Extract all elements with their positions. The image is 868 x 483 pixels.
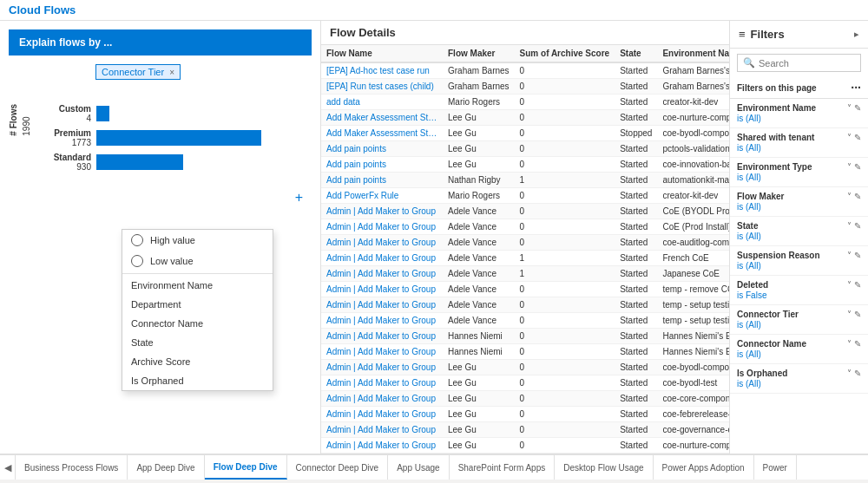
table-row[interactable]: Admin | Add Maker to Group Hannes Niemi … (321, 344, 729, 360)
tab-power-apps-adoption[interactable]: Power Apps Adoption (654, 455, 754, 480)
table-row[interactable]: [EPA] Ad-hoc test case run Graham Barnes… (321, 62, 729, 79)
table-row[interactable]: add data Mario Rogers 0 Started creator-… (321, 95, 729, 110)
table-row[interactable]: Admin | Add Maker to Group Lee Gu 0 Star… (321, 438, 729, 454)
filter-edit-icon[interactable]: ✎ (854, 192, 861, 201)
table-row[interactable]: Admin | Add Maker to Group Adele Vance 0… (321, 204, 729, 219)
table-row[interactable]: Admin | Add Maker to Group Lee Gu 2 Star… (321, 454, 729, 454)
filter-search-box[interactable]: 🔍 (737, 54, 861, 72)
flow-name-cell[interactable]: Admin | Add Maker to Group (321, 375, 443, 391)
filters-more-options-button[interactable]: ··· (851, 81, 861, 95)
flow-name-cell[interactable]: Admin | Add Maker to Group (321, 282, 443, 297)
flow-name-cell[interactable]: Admin | Add Maker to Group (321, 360, 443, 375)
table-row[interactable]: Add pain points Nathan Rigby 1 Started a… (321, 173, 729, 188)
filter-edit-icon[interactable]: ✎ (854, 103, 861, 113)
flow-name-cell[interactable]: Add PowerFx Rule (321, 188, 443, 204)
table-row[interactable]: Add pain points Lee Gu 0 Started coe-inn… (321, 157, 729, 173)
tab-flow-deep-dive[interactable]: Flow Deep Dive (205, 455, 287, 480)
tab-nav-left[interactable]: ◀ (0, 455, 16, 480)
filter-expand-icon[interactable]: ˅ (847, 280, 852, 290)
flow-name-cell[interactable]: Admin | Add Maker to Group (321, 407, 443, 422)
flow-name-cell[interactable]: Admin | Add Maker to Group (321, 438, 443, 454)
flow-name-cell[interactable]: Admin | Add Maker to Group (321, 251, 443, 266)
table-row[interactable]: Admin | Add Maker to Group Adele Vance 1… (321, 251, 729, 266)
flow-name-cell[interactable]: Add pain points (321, 157, 443, 173)
filter-expand-icon[interactable]: ˅ (847, 310, 852, 319)
flow-name-cell[interactable]: Admin | Add Maker to Group (321, 454, 443, 454)
flow-name-cell[interactable]: Add Maker Assessment Starter Data (321, 110, 443, 126)
table-row[interactable]: Admin | Add Maker to Group Lee Gu 0 Star… (321, 407, 729, 422)
tab-app-deep-dive[interactable]: App Deep Dive (128, 455, 204, 480)
table-row[interactable]: Admin | Add Maker to Group Adele Vance 1… (321, 266, 729, 282)
filter-search-input[interactable] (759, 58, 868, 69)
tab-business-process-flows[interactable]: Business Process Flows (16, 455, 128, 480)
table-row[interactable]: Add PowerFx Rule Mario Rogers 0 Started … (321, 188, 729, 204)
flow-name-cell[interactable]: Add pain points (321, 141, 443, 157)
filter-edit-icon[interactable]: ✎ (854, 251, 861, 260)
filter-edit-icon[interactable]: ✎ (854, 280, 861, 290)
flow-name-cell[interactable]: Admin | Add Maker to Group (321, 422, 443, 438)
filter-edit-icon[interactable]: ✎ (854, 339, 861, 349)
filter-edit-icon[interactable]: ✎ (854, 310, 861, 319)
menu-item-connector-name[interactable]: Connector Name (122, 314, 273, 333)
tab-connector-deep-dive[interactable]: Connector Deep Dive (287, 455, 389, 480)
menu-item-env-name[interactable]: Environment Name (122, 276, 273, 295)
table-row[interactable]: Admin | Add Maker to Group Adele Vance 0… (321, 235, 729, 251)
table-row[interactable]: Admin | Add Maker to Group Hannes Niemi … (321, 329, 729, 344)
menu-item-state[interactable]: State (122, 333, 273, 352)
filters-expand-button[interactable]: ▸ (854, 29, 859, 40)
table-row[interactable]: Admin | Add Maker to Group Lee Gu 0 Star… (321, 360, 729, 375)
filter-expand-icon[interactable]: ˅ (847, 103, 852, 113)
flow-name-cell[interactable]: Admin | Add Maker to Group (321, 204, 443, 219)
flow-name-cell[interactable]: Admin | Add Maker to Group (321, 313, 443, 329)
table-row[interactable]: Admin | Add Maker to Group Adele Vance 0… (321, 219, 729, 235)
close-tag-button[interactable]: × (169, 68, 174, 77)
filter-expand-icon[interactable]: ˅ (847, 162, 852, 172)
menu-item-high-value[interactable]: High value (122, 230, 273, 251)
flow-name-cell[interactable]: Admin | Add Maker to Group (321, 297, 443, 313)
flow-table-container[interactable]: Flow Name Flow Maker Sum of Archive Scor… (321, 45, 729, 454)
flow-name-cell[interactable]: Admin | Add Maker to Group (321, 391, 443, 407)
menu-item-low-value[interactable]: Low value (122, 251, 273, 271)
filter-edit-icon[interactable]: ✎ (854, 221, 861, 231)
filter-expand-icon[interactable]: ˅ (847, 369, 852, 378)
table-row[interactable]: Admin | Add Maker to Group Lee Gu 0 Star… (321, 422, 729, 438)
tab-desktop-flow-usage[interactable]: Desktop Flow Usage (555, 455, 653, 480)
archive-score-cell: 0 (515, 235, 615, 251)
explain-box[interactable]: Explain flows by ... (9, 29, 312, 55)
flow-name-cell[interactable]: [EPA] Ad-hoc test case run (321, 62, 443, 79)
filter-expand-icon[interactable]: ˅ (847, 192, 852, 201)
flow-name-cell[interactable]: add data (321, 95, 443, 110)
tab-sharepoint-form-apps[interactable]: SharePoint Form Apps (450, 455, 556, 480)
flow-name-cell[interactable]: Add pain points (321, 173, 443, 188)
table-row[interactable]: Admin | Add Maker to Group Adele Vance 0… (321, 282, 729, 297)
filter-expand-icon[interactable]: ˅ (847, 221, 852, 231)
table-row[interactable]: Admin | Add Maker to Group Lee Gu 0 Star… (321, 391, 729, 407)
filter-edit-icon[interactable]: ✎ (854, 133, 861, 142)
table-row[interactable]: Add Maker Assessment Starter Data Lee Gu… (321, 110, 729, 126)
table-row[interactable]: Admin | Add Maker to Group Lee Gu 0 Star… (321, 375, 729, 391)
menu-item-is-orphaned[interactable]: Is Orphaned (122, 371, 273, 390)
flow-name-cell[interactable]: Admin | Add Maker to Group (321, 329, 443, 344)
flow-name-cell[interactable]: Admin | Add Maker to Group (321, 235, 443, 251)
flow-name-cell[interactable]: Admin | Add Maker to Group (321, 266, 443, 282)
filter-expand-icon[interactable]: ˅ (847, 339, 852, 349)
filter-expand-icon[interactable]: ˅ (847, 133, 852, 142)
env-name-cell: Hannes Niemi's Environment (657, 329, 729, 344)
filter-edit-icon[interactable]: ✎ (854, 162, 861, 172)
flow-name-cell[interactable]: Admin | Add Maker to Group (321, 219, 443, 235)
table-row[interactable]: Admin | Add Maker to Group Adele Vance 0… (321, 297, 729, 313)
menu-item-department[interactable]: Department (122, 295, 273, 314)
flow-name-cell[interactable]: [EPA] Run test cases (child) (321, 79, 443, 95)
table-row[interactable]: Add Maker Assessment Starter Data Lee Gu… (321, 126, 729, 141)
table-row[interactable]: Add pain points Lee Gu 0 Started pctools… (321, 141, 729, 157)
flow-name-cell[interactable]: Admin | Add Maker to Group (321, 344, 443, 360)
table-row[interactable]: [EPA] Run test cases (child) Graham Barn… (321, 79, 729, 95)
tab-power[interactable]: Power (754, 455, 797, 480)
table-row[interactable]: Admin | Add Maker to Group Adele Vance 0… (321, 313, 729, 329)
filter-edit-icon[interactable]: ✎ (854, 369, 861, 378)
menu-item-archive-score[interactable]: Archive Score (122, 352, 273, 371)
filter-expand-icon[interactable]: ˅ (847, 251, 852, 260)
add-field-button[interactable]: + (295, 190, 303, 206)
tab-app-usage[interactable]: App Usage (388, 455, 449, 480)
flow-name-cell[interactable]: Add Maker Assessment Starter Data (321, 126, 443, 141)
